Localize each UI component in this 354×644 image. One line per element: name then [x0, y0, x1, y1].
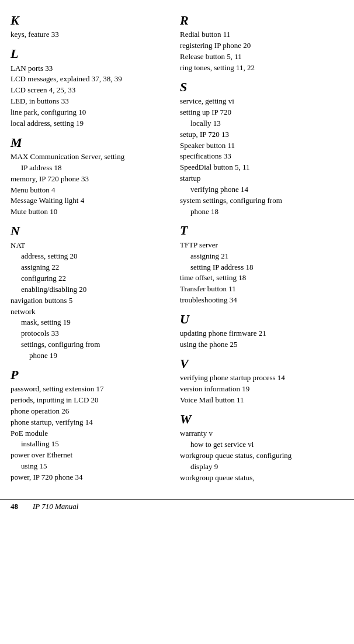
index-entry: keys, feature 33: [11, 29, 174, 40]
index-entry: system settings, configuring from: [180, 195, 343, 206]
index-entry: Redial button 11: [180, 29, 343, 40]
index-entry: phone operation 26: [11, 406, 174, 417]
index-entry: phone startup, verifying 14: [11, 417, 174, 428]
index-entry: startup: [180, 173, 343, 184]
index-entry: LED, in buttons 33: [11, 96, 174, 107]
index-entry: configuring 22: [11, 273, 174, 284]
index-entry: workgroup queue status, configuring: [180, 450, 343, 462]
index-entry: address, setting 20: [11, 251, 174, 262]
index-entry: IP address 18: [11, 163, 174, 174]
section-block: Ppassword, setting extension 17periods, …: [11, 367, 174, 483]
index-entry: LAN ports 33: [11, 63, 174, 74]
index-entry: Release button 5, 11: [180, 51, 343, 63]
index-entry: installing 15: [11, 439, 174, 450]
index-entry: password, setting extension 17: [11, 384, 174, 395]
index-entry: navigation buttons 5: [11, 295, 174, 306]
section-block: Wwarranty vhow to get service viworkgrou…: [180, 412, 343, 484]
index-entry: verifying phone 14: [180, 184, 343, 195]
section-letter: M: [11, 135, 174, 150]
index-entry: using the phone 25: [180, 339, 343, 350]
section-block: Sservice, getting visetting up IP 720loc…: [180, 80, 343, 218]
index-entry: ring tones, setting 11, 22: [180, 63, 343, 74]
section-letter: N: [11, 223, 174, 239]
index-entry: updating phone firmware 21: [180, 328, 343, 339]
section-letter: T: [180, 223, 343, 238]
index-entry: NAT: [11, 240, 174, 252]
section-letter: U: [180, 312, 343, 327]
index-entry: setting up IP 720: [180, 107, 343, 118]
section-block: TTFTP serverassigning 21setting IP addre…: [180, 223, 343, 305]
section-block: MMAX Communication Server, settingIP add…: [11, 135, 174, 218]
section-block: RRedial button 11registering IP phone 20…: [180, 13, 343, 74]
section-block: Uupdating phone firmware 21using the pho…: [180, 312, 343, 350]
section-block: Kkeys, feature 33: [11, 13, 174, 40]
index-entry: LCD messages, explained 37, 38, 39: [11, 74, 174, 85]
index-entry: SpeedDial button 5, 11: [180, 162, 343, 173]
footer-page-number: 48: [11, 502, 28, 511]
index-entry: LCD screen 4, 25, 33: [11, 85, 174, 96]
index-entry: network: [11, 306, 174, 318]
footer: 48 IP 710 Manual: [0, 499, 354, 511]
index-entry: phone 19: [11, 350, 174, 361]
section-letter: P: [11, 367, 174, 383]
index-entry: memory, IP 720 phone 33: [11, 174, 174, 185]
index-entry: setting IP address 18: [180, 262, 343, 273]
index-entry: phone 18: [180, 206, 343, 218]
index-entry: TFTP server: [180, 240, 343, 251]
index-entry: enabling/disabling 20: [11, 284, 174, 295]
index-entry: Mute button 10: [11, 206, 174, 218]
index-entry: specifications 33: [180, 151, 343, 162]
index-entry: protocols 33: [11, 328, 174, 339]
index-entry: Transfer button 11: [180, 284, 343, 295]
left-column: Kkeys, feature 33LLAN ports 33LCD messag…: [11, 12, 180, 490]
section-letter: V: [180, 356, 343, 371]
index-entry: mask, setting 19: [11, 317, 174, 328]
index-entry: version information 19: [180, 384, 343, 395]
index-entry: power, IP 720 phone 34: [11, 472, 174, 483]
index-entry: MAX Communication Server, setting: [11, 151, 174, 163]
index-entry: verifying phone startup process 14: [180, 373, 343, 384]
index-entry: power over Ethernet: [11, 450, 174, 461]
index-entry: assigning 22: [11, 262, 174, 273]
section-block: LLAN ports 33LCD messages, explained 37,…: [11, 46, 174, 129]
index-entry: service, getting vi: [180, 96, 343, 107]
index-entry: Speaker button 11: [180, 140, 343, 151]
index-entry: registering IP phone 20: [180, 40, 343, 51]
index-entry: using 15: [11, 461, 174, 472]
section-letter: K: [11, 13, 174, 28]
section-block: NNATaddress, setting 20assigning 22confi…: [11, 223, 174, 361]
index-entry: line park, configuring 10: [11, 107, 174, 118]
index-entry: time offset, setting 18: [180, 273, 343, 284]
section-letter: W: [180, 412, 343, 427]
index-entry: local address, setting 19: [11, 118, 174, 129]
index-entry: troubleshooting 34: [180, 295, 343, 306]
section-letter: R: [180, 13, 343, 28]
index-entry: settings, configuring from: [11, 339, 174, 350]
index-entry: PoE module: [11, 428, 174, 439]
index-entry: Message Waiting light 4: [11, 195, 174, 206]
index-entry: display 9: [180, 462, 343, 473]
footer-title: IP 710 Manual: [33, 502, 78, 511]
section-letter: S: [180, 80, 343, 95]
index-entry: how to get service vi: [180, 439, 343, 450]
index-entry: warranty v: [180, 428, 343, 439]
index-entry: assigning 21: [180, 251, 343, 262]
section-letter: L: [11, 46, 174, 61]
index-entry: Menu button 4: [11, 185, 174, 196]
right-column: RRedial button 11registering IP phone 20…: [180, 12, 343, 490]
index-entry: periods, inputting in LCD 20: [11, 395, 174, 406]
index-entry: setup, IP 720 13: [180, 129, 343, 140]
page-content: Kkeys, feature 33LLAN ports 33LCD messag…: [0, 6, 354, 495]
index-entry: workgroup queue status,: [180, 473, 343, 484]
index-entry: Voice Mail button 11: [180, 395, 343, 406]
index-entry: locally 13: [180, 118, 343, 129]
section-block: Vverifying phone startup process 14versi…: [180, 356, 343, 406]
